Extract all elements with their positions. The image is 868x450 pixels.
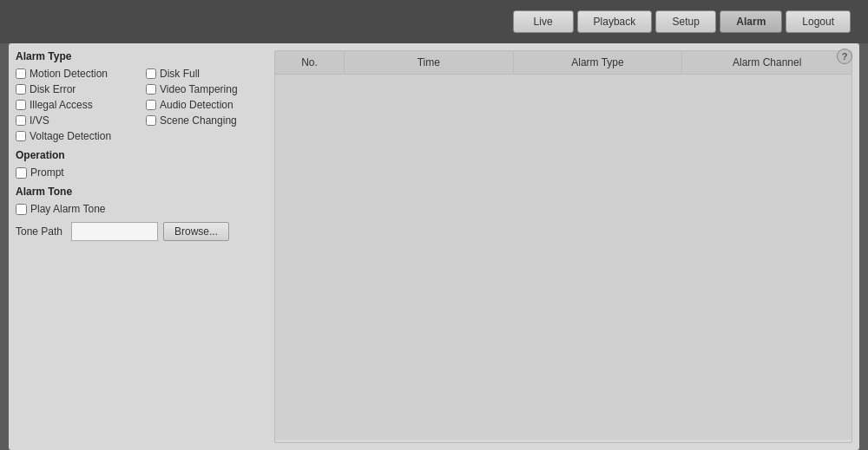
checkbox-disk-error-input[interactable] (16, 84, 26, 95)
checkbox-disk-full-label: Disk Full (160, 68, 200, 80)
checkbox-ivs[interactable]: I/VS (16, 114, 137, 127)
checkbox-disk-error[interactable]: Disk Error (16, 83, 137, 95)
checkbox-motion[interactable]: Motion Detection (16, 68, 137, 80)
col-time: Time (345, 51, 514, 74)
checkbox-video-tampering[interactable]: Video Tampering (146, 83, 267, 95)
checkbox-disk-full-input[interactable] (146, 68, 156, 79)
checkbox-audio-detection-label: Audio Detection (160, 99, 233, 111)
checkbox-scene-changing-label: Scene Changing (160, 114, 237, 127)
checkbox-motion-input[interactable] (16, 68, 26, 79)
alarm-type-title: Alarm Type (16, 50, 267, 62)
tone-path-row: Tone Path Browse... (16, 222, 267, 241)
operation-title: Operation (16, 149, 267, 161)
col-no: No. (275, 51, 345, 74)
col-alarm-channel: Alarm Channel (682, 51, 852, 74)
live-button[interactable]: Live (513, 10, 574, 33)
tone-path-input[interactable] (71, 222, 158, 241)
checkbox-voltage-detection-label: Voltage Detection (30, 130, 111, 142)
checkbox-disk-full[interactable]: Disk Full (146, 68, 267, 80)
left-panel: Alarm Type Motion Detection Disk Full Di… (16, 50, 267, 443)
checkbox-play-alarm-tone-input[interactable] (16, 204, 27, 215)
checkbox-voltage-detection-input[interactable] (16, 131, 26, 141)
checkbox-play-alarm-tone[interactable]: Play Alarm Tone (16, 203, 267, 215)
checkbox-illegal-access-input[interactable] (16, 100, 26, 110)
alarm-button[interactable]: Alarm (720, 10, 782, 33)
checkbox-disk-error-label: Disk Error (30, 83, 76, 95)
checkbox-video-tampering-label: Video Tampering (160, 83, 238, 95)
checkbox-scene-changing[interactable]: Scene Changing (146, 114, 267, 127)
alarm-tone-title: Alarm Tone (16, 186, 267, 198)
checkbox-ivs-label: I/VS (30, 114, 49, 127)
setup-button[interactable]: Setup (655, 10, 716, 33)
tone-path-label: Tone Path (16, 225, 66, 238)
top-nav-bar: Live Playback Setup Alarm Logout (0, 0, 868, 43)
inner-layout: Alarm Type Motion Detection Disk Full Di… (9, 43, 859, 450)
checkbox-play-alarm-tone-label: Play Alarm Tone (30, 203, 106, 215)
checkbox-scene-changing-input[interactable] (146, 115, 156, 126)
checkbox-video-tampering-input[interactable] (146, 84, 156, 95)
browse-button[interactable]: Browse... (163, 222, 229, 241)
alarm-type-checkboxes: Motion Detection Disk Full Disk Error Vi… (16, 68, 267, 142)
checkbox-voltage-detection[interactable]: Voltage Detection (16, 130, 137, 142)
playback-button[interactable]: Playback (577, 10, 653, 33)
checkbox-prompt[interactable]: Prompt (16, 166, 267, 179)
col-alarm-type: Alarm Type (514, 51, 683, 74)
table-header: No. Time Alarm Type Alarm Channel (275, 51, 852, 75)
help-icon[interactable]: ? (837, 49, 852, 64)
checkbox-audio-detection-input[interactable] (146, 100, 156, 110)
checkbox-illegal-access-label: Illegal Access (30, 99, 93, 111)
main-content: ? Alarm Type Motion Detection Disk Full … (9, 43, 859, 450)
table-body (275, 75, 852, 440)
logout-button[interactable]: Logout (786, 10, 851, 33)
checkbox-ivs-input[interactable] (16, 115, 26, 126)
checkbox-motion-label: Motion Detection (30, 68, 108, 80)
alarm-tone-section: Alarm Tone Play Alarm Tone (16, 186, 267, 215)
right-panel: No. Time Alarm Type Alarm Channel (274, 50, 852, 443)
operation-section: Operation Prompt (16, 149, 267, 179)
checkbox-prompt-label: Prompt (30, 166, 64, 179)
alarm-table: No. Time Alarm Type Alarm Channel (274, 50, 852, 443)
checkbox-illegal-access[interactable]: Illegal Access (16, 99, 137, 111)
checkbox-prompt-input[interactable] (16, 167, 27, 179)
checkbox-audio-detection[interactable]: Audio Detection (146, 99, 267, 111)
